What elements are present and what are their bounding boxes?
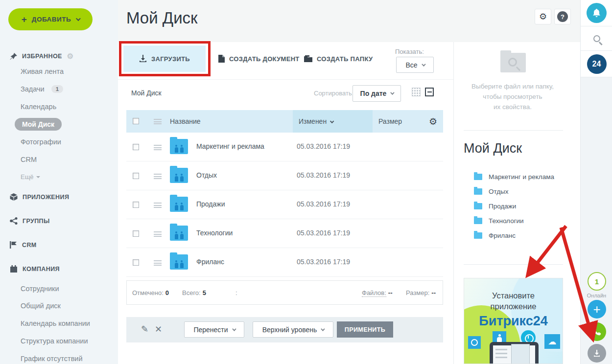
row-checkbox[interactable] — [133, 202, 139, 208]
sidebar-item-tasks[interactable]: Задачи1 — [21, 85, 63, 93]
tree-item-technology[interactable]: Технологии — [474, 217, 524, 225]
download-app-button[interactable] — [588, 344, 606, 363]
sidebar-item-more[interactable]: Ещё — [21, 173, 40, 181]
sidebar-item-shared-disk[interactable]: Общий диск — [21, 302, 61, 310]
row-name[interactable]: Технологии — [196, 229, 233, 237]
settings-button[interactable]: ⚙ — [535, 9, 551, 24]
sidebar-item-calendar[interactable]: Календарь — [21, 103, 56, 111]
create-document-button[interactable]: СОЗДАТЬ ДОКУМЕНТ — [218, 46, 300, 72]
list-view-glyph — [427, 91, 432, 92]
table-row[interactable]: Маркетинг и реклама 05.03.2016 17:19 — [126, 133, 443, 161]
delete-x-icon[interactable]: ✕ — [155, 324, 162, 335]
upload-button[interactable]: ЗАГРУЗИТЬ — [123, 46, 206, 72]
row-checkbox[interactable] — [133, 230, 139, 237]
tree-item-marketing[interactable]: Маркетинг и реклама — [474, 173, 554, 181]
tree-item-label: Технологии — [489, 217, 524, 225]
invite-plus-button[interactable]: + — [588, 300, 606, 318]
favorites-gear-icon[interactable]: ⚙ — [67, 52, 74, 61]
add-button[interactable]: + ДОБАВИТЬ — [8, 8, 93, 30]
favorites-label: ИЗБРАННОЕ — [22, 53, 62, 60]
row-name[interactable]: Маркетинг и реклама — [196, 142, 264, 150]
help-button[interactable]: ? — [554, 9, 571, 24]
move-select[interactable]: Перенести — [184, 321, 244, 338]
gear-icon: ⚙ — [539, 11, 547, 22]
apps-box-icon — [10, 193, 18, 201]
bitrix24-disk-page: + ДОБАВИТЬ ИЗБРАННОЕ ⚙ Живая лента Задач… — [0, 0, 612, 364]
select-all-checkbox[interactable] — [133, 118, 139, 124]
groups-share-icon — [10, 217, 18, 225]
bitrix24-badge[interactable]: 24 — [581, 51, 612, 77]
upload-icon — [139, 55, 147, 63]
row-name[interactable]: Продажи — [196, 200, 225, 208]
show-label: Показать: — [395, 48, 424, 55]
column-name[interactable]: Название — [170, 117, 201, 125]
row-drag-icon[interactable] — [154, 260, 162, 266]
sidebar-section-favorites[interactable]: ИЗБРАННОЕ ⚙ — [10, 52, 74, 61]
table-row[interactable]: Продажи 05.03.2016 17:19 — [126, 190, 443, 219]
online-users-badge[interactable]: 1 — [588, 272, 606, 291]
sidebar-item-company-structure[interactable]: Структура компании — [21, 337, 88, 345]
row-drag-icon[interactable] — [154, 174, 162, 179]
column-modified[interactable]: Изменен — [299, 117, 332, 125]
sidebar-item-employees[interactable]: Сотрудники — [21, 285, 59, 293]
colon-separator: : — [235, 289, 237, 296]
sidebar-item-absence-chart[interactable]: График отсутствий — [21, 355, 83, 363]
row-checkbox[interactable] — [133, 173, 139, 179]
target-level-value: Верхний уровень — [262, 326, 317, 334]
sidebar-item-live-feed[interactable]: Живая лента — [21, 68, 64, 75]
notifications-button[interactable] — [581, 0, 612, 26]
move-select-value: Перенести — [193, 326, 228, 334]
folder-icon — [474, 174, 482, 180]
row-drag-icon[interactable] — [154, 203, 162, 208]
sidebar-item-photos[interactable]: Фотографии — [21, 138, 61, 146]
sidebar-section-company[interactable]: КОМПАНИЯ — [10, 265, 60, 273]
page-title: Мой Диск — [126, 9, 198, 27]
sidebar-section-crm[interactable]: CRM — [10, 241, 37, 249]
create-folder-button[interactable]: СОЗДАТЬ ПАПКУ — [304, 46, 373, 72]
row-checkbox[interactable] — [133, 144, 139, 150]
tree-item-freelance[interactable]: Фриланс — [474, 232, 516, 239]
sort-select[interactable]: По дате — [353, 85, 401, 102]
tree-item-rest[interactable]: Отдых — [474, 188, 509, 195]
phone-button[interactable] — [588, 322, 606, 341]
tree-item-label: Продажи — [489, 203, 516, 210]
tasks-label: Задачи — [21, 85, 45, 93]
search-button[interactable] — [581, 26, 612, 51]
row-drag-icon[interactable] — [154, 145, 162, 150]
tree-item-label: Маркетинг и реклама — [489, 173, 554, 181]
column-size[interactable]: Размер — [378, 117, 402, 125]
breadcrumb[interactable]: Мой Диск — [131, 89, 162, 97]
target-level-select[interactable]: Верхний уровень — [253, 321, 333, 338]
divider — [464, 264, 563, 265]
more-label: Ещё — [21, 173, 34, 181]
table-settings-gear-icon[interactable]: ⚙ — [429, 116, 437, 127]
plus-icon: + — [22, 14, 27, 25]
sidebar-item-crm[interactable]: CRM — [21, 156, 37, 163]
menu-handle-icon[interactable] — [154, 119, 162, 124]
sidebar-section-groups[interactable]: ГРУППЫ — [10, 217, 50, 225]
bitrix24-app-banner[interactable]: Установите приложение Битрикс24 ☁ — [464, 278, 563, 364]
apply-button[interactable]: ПРИМЕНИТЬ — [337, 321, 393, 338]
sidebar-item-my-disk-active[interactable]: Мой Диск — [15, 118, 62, 131]
row-modified: 05.03.2016 17:19 — [297, 258, 350, 266]
chevron-down-icon — [76, 16, 81, 21]
tree-item-sales[interactable]: Продажи — [474, 203, 516, 210]
empty-preview-folder-icon — [500, 53, 526, 72]
files-count[interactable]: Файлов:-- — [362, 289, 393, 296]
actions-bar: ✎ ✕ Перенести Верхний уровень ПРИМЕНИТЬ — [126, 317, 443, 342]
grid-view-button[interactable] — [412, 88, 421, 96]
table-row[interactable]: Отдых 05.03.2016 17:19 — [126, 161, 443, 190]
chevron-down-icon — [321, 327, 325, 331]
row-name[interactable]: Отдых — [196, 171, 217, 179]
list-view-button[interactable] — [425, 88, 434, 96]
row-name[interactable]: Фриланс — [196, 258, 224, 266]
sidebar-item-company-calendar[interactable]: Календарь компании — [21, 319, 90, 327]
table-header: Название Изменен Размер ⚙ — [126, 110, 443, 133]
sidebar-section-apps[interactable]: ПРИЛОЖЕНИЯ — [10, 193, 69, 201]
row-drag-icon[interactable] — [154, 231, 162, 237]
table-row[interactable]: Технологии 05.03.2016 17:19 — [126, 219, 443, 248]
edit-pencil-icon[interactable]: ✎ — [141, 324, 148, 335]
row-checkbox[interactable] — [133, 259, 139, 266]
table-row[interactable]: Фриланс 05.03.2016 17:19 — [126, 248, 443, 277]
show-filter-select[interactable]: Все — [396, 57, 434, 73]
